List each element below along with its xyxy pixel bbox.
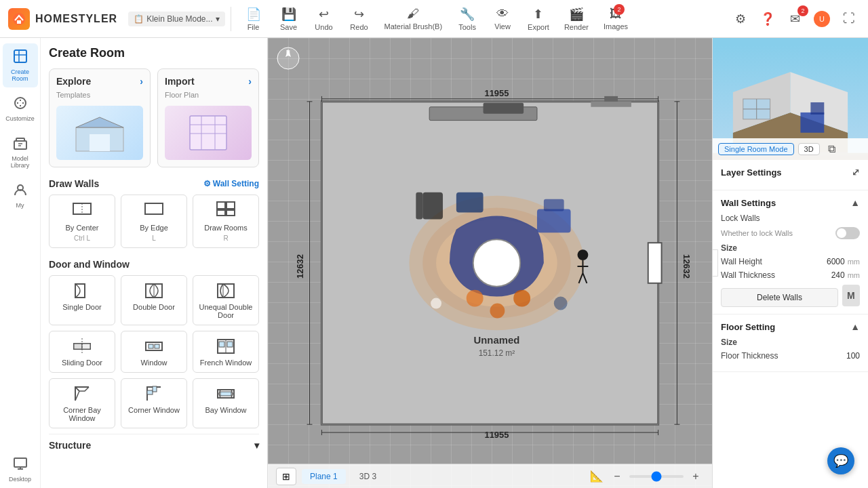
svg-rect-4 [14, 141, 26, 149]
main-toolbar: HOMESTYLER 📋 Klein Blue Mode... ▾ 📄 File… [0, 0, 868, 38]
desktop-icon [13, 456, 28, 474]
by-edge-button[interactable]: By Edge L [121, 195, 187, 248]
app-name: HOMESTYLER [35, 13, 117, 25]
single-room-mode-button[interactable]: Single Room Mode [718, 143, 794, 155]
corner-bay-window-button[interactable]: Corner Bay Window [49, 378, 115, 428]
redo-button[interactable]: ↪ Redo [342, 4, 376, 34]
customize-label: Customize [5, 115, 35, 122]
sidebar-item-customize[interactable]: Customize [3, 90, 38, 127]
import-arrow-icon: › [248, 76, 252, 87]
floor-plan-svg: 11955 11955 12632 12632 Unnamed 151.12 m… [268, 38, 712, 488]
wall-thickness-value: 240 [831, 270, 845, 280]
svg-rect-64 [484, 103, 524, 114]
layer-settings-expand-icon[interactable]: ⤢ [852, 167, 860, 178]
images-button[interactable]: 🖼 2 Images [597, 4, 635, 33]
svg-rect-84 [591, 102, 631, 107]
svg-point-3 [15, 98, 26, 108]
draw-rooms-button[interactable]: Draw Rooms R [193, 195, 259, 248]
svg-rect-54 [416, 192, 422, 220]
window-button[interactable]: Window [121, 331, 187, 373]
plane-tab[interactable]: Plane 1 [302, 469, 346, 484]
svg-rect-41 [147, 390, 153, 394]
delete-walls-button[interactable]: Delete Walls [721, 288, 838, 307]
preview-controls: Single Room Mode 3D ⧉ [713, 138, 868, 160]
feedback-button[interactable]: 💬 [827, 447, 854, 474]
svg-rect-88 [800, 113, 824, 133]
user-avatar[interactable]: U [811, 8, 833, 30]
sliding-door-button[interactable]: Sliding Door [49, 331, 115, 373]
svg-rect-59 [490, 304, 505, 319]
french-window-button[interactable]: French Window [193, 331, 259, 373]
single-door-button[interactable]: Single Door [49, 275, 115, 325]
material-brush-icon: 🖌 [407, 7, 419, 21]
draw-walls-section: Draw Walls ⚙ Wall Setting [49, 178, 259, 189]
fullscreen-icon[interactable]: ⛶ [838, 8, 860, 30]
view-button[interactable]: 👁 View [486, 4, 519, 33]
zoom-in-button[interactable]: + [688, 468, 704, 485]
zoom-slider[interactable] [629, 475, 684, 478]
sidebar-item-my[interactable]: My [3, 177, 38, 214]
images-icon: 🖼 2 [610, 7, 622, 21]
svg-rect-42 [153, 386, 157, 392]
undo-button[interactable]: ↩ Undo [307, 4, 341, 34]
measure-icon[interactable]: 📐 [589, 468, 605, 485]
zoom-out-button[interactable]: − [609, 468, 625, 485]
svg-rect-10 [190, 116, 226, 150]
snap-button[interactable]: ⊞ [276, 468, 296, 485]
door-window-grid: Single Door Double Door [49, 275, 259, 428]
import-floor-plan-card[interactable]: Import › Floor Plan [157, 68, 259, 167]
material-brush-button[interactable]: 🖌 Material Brush(B) [378, 4, 450, 33]
notification-icon[interactable]: ✉ 2 [784, 8, 806, 30]
svg-rect-2 [14, 50, 26, 62]
bay-window-button[interactable]: Bay Window [193, 378, 259, 428]
floor-size-label: Size [721, 338, 860, 347]
svg-rect-1 [17, 20, 21, 24]
logo-icon [8, 8, 30, 30]
settings-gear-icon: ⚙ [203, 179, 211, 188]
explore-templates-card[interactable]: Explore › Templates NEW [49, 68, 151, 167]
floor-size-row: Size [721, 338, 860, 347]
delete-walls-row: Delete Walls M [721, 284, 860, 307]
create-room-icon [13, 49, 28, 67]
size-label-row: Size [721, 243, 860, 253]
3d-mode-button[interactable]: 3D [798, 143, 820, 155]
svg-rect-20 [226, 202, 235, 209]
wall-thickness-row: Wall Thickness 240 mm [721, 270, 860, 280]
sidebar-item-desktop[interactable]: Desktop [3, 451, 38, 488]
canvas-area[interactable]: N [268, 38, 712, 488]
unequal-double-door-button[interactable]: Unequal Double Door [193, 275, 259, 325]
wall-setting-link[interactable]: ⚙ Wall Setting [203, 179, 259, 188]
tools-button[interactable]: 🔧 Tools [450, 4, 484, 34]
svg-rect-32 [82, 344, 90, 349]
toolbar-divider-1 [231, 7, 231, 31]
corner-window-button[interactable]: Corner Window [121, 378, 187, 428]
import-thumb [165, 106, 252, 160]
sidebar-item-model-library[interactable]: Model Library [3, 130, 38, 174]
export-button[interactable]: ⬆ Export [521, 4, 556, 34]
svg-rect-40 [227, 342, 233, 347]
by-center-button[interactable]: By Center Ctrl L [49, 195, 115, 248]
double-door-icon [144, 281, 163, 300]
file-button[interactable]: 📄 File [237, 4, 271, 34]
help-icon[interactable]: ❓ [757, 8, 778, 30]
lock-walls-toggle[interactable] [835, 227, 860, 239]
redo-icon: ↪ [354, 7, 364, 22]
threed-tab[interactable]: 3D 3 [351, 469, 384, 484]
right-panel-toggle[interactable]: ‹ [712, 249, 718, 277]
svg-text:151.12 m²: 151.12 m² [479, 348, 515, 358]
save-button[interactable]: 💾 Save [272, 4, 306, 34]
project-name[interactable]: 📋 Klein Blue Mode... ▾ [128, 12, 224, 26]
svg-rect-6 [14, 458, 26, 467]
structure-section[interactable]: Structure ▾ [49, 434, 259, 456]
m-button[interactable]: M [842, 285, 860, 306]
double-door-button[interactable]: Double Door [121, 275, 187, 325]
floor-settings-collapse-icon[interactable]: ▲ [850, 321, 860, 332]
sidebar-item-create-room[interactable]: Create Room [3, 43, 38, 87]
render-button[interactable]: 🎬 Render [557, 4, 595, 34]
template-import-row: Explore › Templates NEW [49, 68, 259, 167]
wall-settings-collapse-icon[interactable]: ▲ [850, 197, 860, 208]
copy-preview-button[interactable]: ⧉ [824, 141, 840, 157]
settings-icon[interactable]: ⚙ [730, 8, 751, 30]
draw-walls-grid: By Center Ctrl L By Edge L [49, 195, 259, 248]
wall-settings-section: Wall Settings ▲ Lock Walls Whether to lo… [713, 190, 868, 314]
